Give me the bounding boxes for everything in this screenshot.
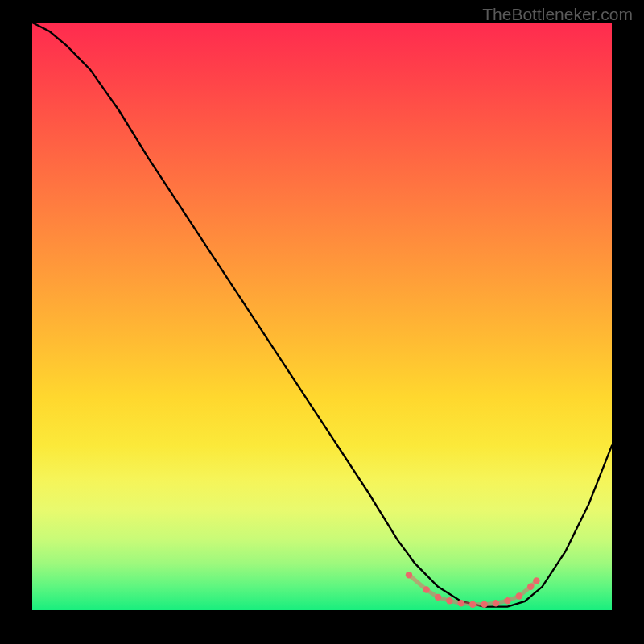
bottom-dot [493,600,499,606]
watermark-text: TheBottleneker.com [482,5,633,24]
bottom-dot [481,601,487,608]
bottom-dot [527,584,534,590]
chart-svg [32,23,612,610]
bottleneck-curve [32,23,612,607]
bottom-dot [504,597,510,604]
bottom-dot [533,577,539,584]
bottom-dot [469,601,476,608]
chart-plot-area [32,23,612,610]
bottom-dot [423,586,429,592]
bottom-dot [446,597,452,604]
bottom-dot [516,592,522,599]
bottom-dot [458,600,464,606]
bottom-dot [435,594,441,601]
bottom-dot [406,572,412,578]
